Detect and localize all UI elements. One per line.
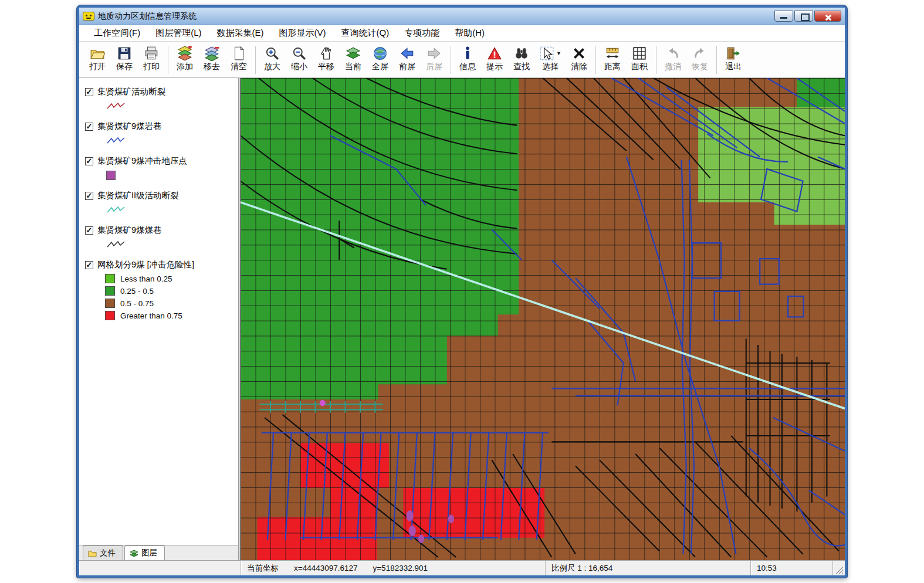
- layer-label[interactable]: 集贤煤矿活动断裂: [97, 86, 165, 97]
- map-view[interactable]: [241, 78, 845, 560]
- layer-item-active-faults: ✓ 集贤煤矿活动断裂: [79, 83, 238, 117]
- layer-checkbox[interactable]: ✓: [85, 123, 93, 131]
- pan-button[interactable]: 平移: [313, 43, 340, 77]
- clear-x-icon: [571, 46, 587, 61]
- exit-button[interactable]: 退出: [720, 43, 747, 77]
- save-button[interactable]: 保存: [111, 43, 138, 77]
- open-folder-icon: [90, 46, 105, 61]
- toolbar-label: 距离: [604, 62, 621, 72]
- desktop: 地质动力区划信息管理系统 工作空间(F) 图层管理(L) 数据采集(E) 图形显…: [0, 0, 924, 583]
- current-layers-icon: [346, 46, 361, 61]
- select-dropdown-caret[interactable]: ▼: [556, 50, 561, 56]
- legend-row: 0.25 - 0.5: [105, 286, 233, 296]
- legend-label: 0.5 - 0.75: [120, 299, 154, 308]
- find-button[interactable]: 查找: [508, 43, 535, 77]
- layer-label[interactable]: 集贤煤矿9煤煤巷: [97, 225, 162, 236]
- coord-label: 当前坐标: [247, 563, 279, 574]
- layer-checkbox[interactable]: ✓: [85, 192, 93, 200]
- toolbar-label: 清空: [231, 62, 247, 72]
- menu-query-statistics[interactable]: 查询统计(Q): [335, 26, 396, 40]
- zoom-in-button[interactable]: 放大: [259, 43, 286, 77]
- previous-view-button[interactable]: 前屏: [394, 43, 421, 77]
- add-layer-button[interactable]: 添加: [171, 43, 198, 77]
- toolbar-label: 全屏: [372, 62, 388, 72]
- layer-checkbox[interactable]: ✓: [85, 157, 93, 165]
- legend-row: 0.5 - 0.75: [105, 299, 233, 308]
- full-extent-button[interactable]: 全屏: [367, 43, 394, 77]
- risk-legend: Less than 0.25 0.25 - 0.5 0.5 - 0.75: [105, 274, 233, 320]
- open-button[interactable]: 打开: [84, 43, 111, 77]
- remove-layer-button[interactable]: 移去: [198, 43, 225, 77]
- tab-layers[interactable]: 图层: [124, 545, 165, 560]
- legend-swatch: [105, 299, 115, 308]
- menu-workspace[interactable]: 工作空间(F): [87, 26, 147, 40]
- panel-tabs: 文件 图层: [79, 545, 238, 560]
- redo-button[interactable]: 恢复: [686, 43, 713, 77]
- layer-list: ✓ 集贤煤矿活动断裂 ✓ 集贤煤矿9煤岩巷: [79, 78, 238, 545]
- tip-button[interactable]: 提示: [481, 43, 508, 77]
- zoom-out-button[interactable]: 缩小: [286, 43, 313, 77]
- menu-graphic-display[interactable]: 图形显示(V): [273, 26, 333, 40]
- tab-file[interactable]: 文件: [83, 545, 123, 560]
- fault-zigzag-red-symbol: [106, 101, 233, 111]
- layer-label[interactable]: 网格划分9煤 [冲击危险性]: [97, 259, 194, 270]
- blank-page-icon: [231, 46, 246, 61]
- toolbar-separator: [168, 46, 168, 74]
- print-button[interactable]: 打印: [138, 43, 165, 77]
- undo-button[interactable]: 撤消: [659, 43, 686, 77]
- title-bar[interactable]: 地质动力区划信息管理系统: [79, 8, 845, 25]
- layer-label[interactable]: 集贤煤矿9煤岩巷: [97, 121, 162, 132]
- toolbar-label: 放大: [264, 62, 280, 72]
- file-icon: [88, 550, 97, 557]
- layer-checkbox[interactable]: ✓: [85, 261, 93, 269]
- layer-item-rock-roadway: ✓ 集贤煤矿9煤岩巷: [79, 117, 238, 152]
- toolbar-separator: [255, 46, 256, 74]
- menu-layer-management[interactable]: 图层管理(L): [149, 26, 208, 40]
- toolbar: 打开 保存 打印: [79, 42, 845, 78]
- menu-special-functions[interactable]: 专项功能: [398, 26, 446, 40]
- maximize-button[interactable]: [794, 11, 813, 22]
- info-button[interactable]: 信息: [454, 43, 481, 77]
- toolbar-label: 保存: [116, 62, 133, 72]
- layer-label[interactable]: 集贤煤矿9煤冲击地压点: [97, 155, 187, 167]
- close-button[interactable]: [814, 11, 841, 22]
- time-value: 10:53: [757, 564, 777, 572]
- legend-label: Less than 0.25: [120, 274, 172, 283]
- check-icon: ✓: [86, 192, 93, 199]
- check-icon: ✓: [86, 262, 93, 269]
- clear-selection-button[interactable]: 清除: [566, 43, 593, 77]
- coord-y: y=5182332.901: [373, 564, 427, 572]
- layer-item-level2-faults: ✓ 集贤煤矿II级活动断裂: [79, 187, 238, 221]
- globe-icon: [373, 46, 388, 61]
- distance-ruler-icon: [605, 46, 620, 61]
- warning-triangle-icon: [487, 46, 502, 61]
- app-window: 地质动力区划信息管理系统 工作空间(F) 图层管理(L) 数据采集(E) 图形显…: [77, 5, 847, 578]
- current-view-button[interactable]: 当前: [340, 43, 367, 77]
- layer-checkbox[interactable]: ✓: [85, 226, 93, 235]
- arrow-left-icon: [400, 46, 415, 61]
- select-button[interactable]: ▼ 选择: [535, 43, 566, 77]
- toolbar-separator: [656, 46, 656, 74]
- status-time: 10:53: [751, 561, 833, 575]
- map-canvas[interactable]: [241, 78, 845, 560]
- distance-button[interactable]: 距离: [599, 43, 626, 77]
- toolbar-label: 查找: [513, 62, 530, 72]
- layer-checkbox[interactable]: ✓: [85, 88, 93, 96]
- layers-icon: [130, 550, 138, 557]
- next-view-button[interactable]: 后屏: [421, 43, 448, 77]
- legend-row: Less than 0.25: [105, 274, 233, 283]
- resize-grip[interactable]: [833, 561, 845, 575]
- clear-workspace-button[interactable]: 清空: [225, 43, 252, 77]
- minimize-button[interactable]: [774, 11, 793, 22]
- menu-help[interactable]: 帮助(H): [448, 26, 491, 40]
- toolbar-separator: [716, 46, 717, 74]
- area-button[interactable]: 面积: [626, 43, 653, 77]
- toolbar-label: 添加: [177, 62, 193, 72]
- binoculars-icon: [514, 46, 529, 61]
- toolbar-label: 缩小: [291, 62, 307, 72]
- check-icon: ✓: [86, 158, 93, 165]
- main-content: ✓ 集贤煤矿活动断裂 ✓ 集贤煤矿9煤岩巷: [79, 78, 845, 560]
- menu-data-collection[interactable]: 数据采集(E): [211, 26, 270, 40]
- layer-label[interactable]: 集贤煤矿II级活动断裂: [97, 190, 179, 201]
- tab-label: 图层: [141, 548, 157, 558]
